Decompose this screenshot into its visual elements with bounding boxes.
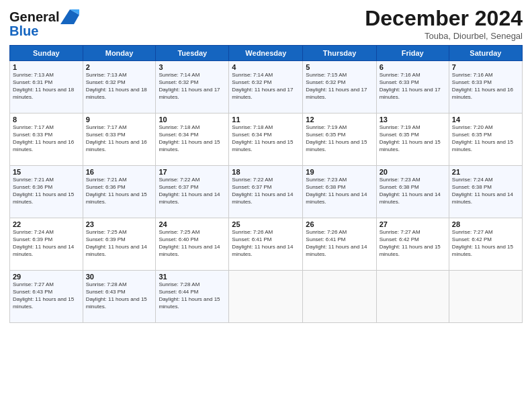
week-row-5: 29Sunrise: 7:27 AMSunset: 6:43 PMDayligh… [10, 271, 523, 323]
day-info: Sunrise: 7:15 AMSunset: 6:32 PMDaylight:… [306, 72, 373, 101]
week-row-3: 15Sunrise: 7:21 AMSunset: 6:36 PMDayligh… [10, 166, 523, 218]
day-info: Sunrise: 7:27 AMSunset: 6:42 PMDaylight:… [380, 229, 446, 258]
calendar-cell [229, 271, 303, 323]
day-info: Sunrise: 7:28 AMSunset: 6:44 PMDaylight:… [159, 281, 226, 310]
day-info: Sunrise: 7:27 AMSunset: 6:42 PMDaylight:… [452, 229, 519, 258]
day-info: Sunrise: 7:26 AMSunset: 6:41 PMDaylight:… [232, 229, 300, 258]
day-info: Sunrise: 7:19 AMSunset: 6:35 PMDaylight:… [306, 124, 373, 153]
logo: General Blue [9, 9, 79, 38]
day-number: 3 [159, 63, 226, 71]
day-number: 25 [232, 220, 300, 228]
location: Touba, Diourbel, Senegal [365, 31, 523, 41]
calendar-cell: 23Sunrise: 7:25 AMSunset: 6:39 PMDayligh… [83, 218, 156, 271]
day-info: Sunrise: 7:22 AMSunset: 6:37 PMDaylight:… [159, 177, 226, 205]
day-info: Sunrise: 7:13 AMSunset: 6:31 PMDaylight:… [13, 72, 80, 101]
calendar-cell: 24Sunrise: 7:25 AMSunset: 6:40 PMDayligh… [156, 218, 229, 271]
calendar-cell: 18Sunrise: 7:22 AMSunset: 6:37 PMDayligh… [229, 166, 303, 218]
calendar-cell: 7Sunrise: 7:16 AMSunset: 6:33 PMDaylight… [449, 61, 522, 113]
day-info: Sunrise: 7:16 AMSunset: 6:33 PMDaylight:… [452, 72, 519, 101]
weekday-thursday: Thursday [303, 46, 376, 61]
day-info: Sunrise: 7:24 AMSunset: 6:39 PMDaylight:… [13, 229, 80, 258]
day-info: Sunrise: 7:21 AMSunset: 6:36 PMDaylight:… [13, 177, 80, 205]
day-info: Sunrise: 7:21 AMSunset: 6:36 PMDaylight:… [86, 177, 153, 205]
day-number: 1 [13, 63, 80, 71]
day-number: 31 [159, 273, 226, 281]
day-number: 10 [159, 116, 226, 124]
day-info: Sunrise: 7:20 AMSunset: 6:35 PMDaylight:… [452, 124, 519, 153]
month-title: December 2024 [365, 7, 523, 30]
day-number: 9 [86, 116, 153, 124]
day-info: Sunrise: 7:18 AMSunset: 6:34 PMDaylight:… [159, 124, 226, 153]
day-info: Sunrise: 7:24 AMSunset: 6:38 PMDaylight:… [452, 177, 519, 205]
week-row-1: 1Sunrise: 7:13 AMSunset: 6:31 PMDaylight… [10, 61, 523, 113]
week-row-2: 8Sunrise: 7:17 AMSunset: 6:33 PMDaylight… [10, 113, 523, 166]
logo-blue: Blue [9, 24, 38, 38]
day-info: Sunrise: 7:14 AMSunset: 6:32 PMDaylight:… [159, 72, 226, 101]
day-number: 2 [86, 63, 153, 71]
day-number: 4 [232, 63, 300, 71]
weekday-friday: Friday [376, 46, 449, 61]
day-number: 18 [232, 168, 300, 176]
calendar-cell: 22Sunrise: 7:24 AMSunset: 6:39 PMDayligh… [10, 218, 83, 271]
calendar-cell: 12Sunrise: 7:19 AMSunset: 6:35 PMDayligh… [303, 113, 376, 166]
day-info: Sunrise: 7:18 AMSunset: 6:34 PMDaylight:… [232, 124, 300, 153]
day-info: Sunrise: 7:23 AMSunset: 6:38 PMDaylight:… [306, 177, 373, 205]
calendar-cell: 29Sunrise: 7:27 AMSunset: 6:43 PMDayligh… [10, 271, 83, 323]
calendar-cell: 3Sunrise: 7:14 AMSunset: 6:32 PMDaylight… [156, 61, 229, 113]
calendar-cell: 20Sunrise: 7:23 AMSunset: 6:38 PMDayligh… [376, 166, 449, 218]
logo-icon [60, 9, 79, 24]
day-number: 28 [452, 220, 519, 228]
calendar-cell: 26Sunrise: 7:26 AMSunset: 6:41 PMDayligh… [303, 218, 376, 271]
header: General Blue December 2024 Touba, Diourb… [9, 7, 523, 41]
day-number: 8 [13, 116, 80, 124]
day-info: Sunrise: 7:13 AMSunset: 6:32 PMDaylight:… [86, 72, 153, 101]
calendar-cell: 10Sunrise: 7:18 AMSunset: 6:34 PMDayligh… [156, 113, 229, 166]
day-info: Sunrise: 7:14 AMSunset: 6:32 PMDaylight:… [232, 72, 300, 101]
day-number: 12 [306, 116, 373, 124]
day-number: 29 [13, 273, 80, 281]
day-number: 17 [159, 168, 226, 176]
day-number: 5 [306, 63, 373, 71]
day-info: Sunrise: 7:25 AMSunset: 6:40 PMDaylight:… [159, 229, 226, 258]
calendar-cell: 4Sunrise: 7:14 AMSunset: 6:32 PMDaylight… [229, 61, 303, 113]
weekday-header-row: SundayMondayTuesdayWednesdayThursdayFrid… [10, 46, 523, 61]
calendar-cell: 21Sunrise: 7:24 AMSunset: 6:38 PMDayligh… [449, 166, 522, 218]
calendar-cell: 5Sunrise: 7:15 AMSunset: 6:32 PMDaylight… [303, 61, 376, 113]
calendar-cell [449, 271, 522, 323]
calendar-cell: 30Sunrise: 7:28 AMSunset: 6:43 PMDayligh… [83, 271, 156, 323]
calendar-cell: 15Sunrise: 7:21 AMSunset: 6:36 PMDayligh… [10, 166, 83, 218]
day-number: 13 [380, 116, 446, 124]
day-number: 7 [452, 63, 519, 71]
day-info: Sunrise: 7:22 AMSunset: 6:37 PMDaylight:… [232, 177, 300, 205]
calendar-cell: 16Sunrise: 7:21 AMSunset: 6:36 PMDayligh… [83, 166, 156, 218]
calendar-cell: 13Sunrise: 7:19 AMSunset: 6:35 PMDayligh… [376, 113, 449, 166]
day-number: 26 [306, 220, 373, 228]
weekday-saturday: Saturday [449, 46, 522, 61]
logo-general: General [9, 10, 59, 24]
calendar-cell: 2Sunrise: 7:13 AMSunset: 6:32 PMDaylight… [83, 61, 156, 113]
day-number: 16 [86, 168, 153, 176]
day-number: 11 [232, 116, 300, 124]
calendar: SundayMondayTuesdayWednesdayThursdayFrid… [9, 45, 523, 323]
calendar-cell: 27Sunrise: 7:27 AMSunset: 6:42 PMDayligh… [376, 218, 449, 271]
weekday-wednesday: Wednesday [229, 46, 303, 61]
day-number: 21 [452, 168, 519, 176]
weekday-tuesday: Tuesday [156, 46, 229, 61]
weekday-monday: Monday [83, 46, 156, 61]
calendar-cell: 31Sunrise: 7:28 AMSunset: 6:44 PMDayligh… [156, 271, 229, 323]
calendar-cell: 11Sunrise: 7:18 AMSunset: 6:34 PMDayligh… [229, 113, 303, 166]
calendar-cell: 19Sunrise: 7:23 AMSunset: 6:38 PMDayligh… [303, 166, 376, 218]
day-number: 22 [13, 220, 80, 228]
page: General Blue December 2024 Touba, Diourb… [0, 0, 532, 411]
week-row-4: 22Sunrise: 7:24 AMSunset: 6:39 PMDayligh… [10, 218, 523, 271]
day-info: Sunrise: 7:26 AMSunset: 6:41 PMDaylight:… [306, 229, 373, 258]
calendar-cell: 6Sunrise: 7:16 AMSunset: 6:33 PMDaylight… [376, 61, 449, 113]
day-number: 20 [380, 168, 446, 176]
calendar-cell: 28Sunrise: 7:27 AMSunset: 6:42 PMDayligh… [449, 218, 522, 271]
calendar-cell: 9Sunrise: 7:17 AMSunset: 6:33 PMDaylight… [83, 113, 156, 166]
calendar-cell: 14Sunrise: 7:20 AMSunset: 6:35 PMDayligh… [449, 113, 522, 166]
calendar-cell: 17Sunrise: 7:22 AMSunset: 6:37 PMDayligh… [156, 166, 229, 218]
day-info: Sunrise: 7:19 AMSunset: 6:35 PMDaylight:… [380, 124, 446, 153]
calendar-cell: 8Sunrise: 7:17 AMSunset: 6:33 PMDaylight… [10, 113, 83, 166]
day-info: Sunrise: 7:25 AMSunset: 6:39 PMDaylight:… [86, 229, 153, 258]
